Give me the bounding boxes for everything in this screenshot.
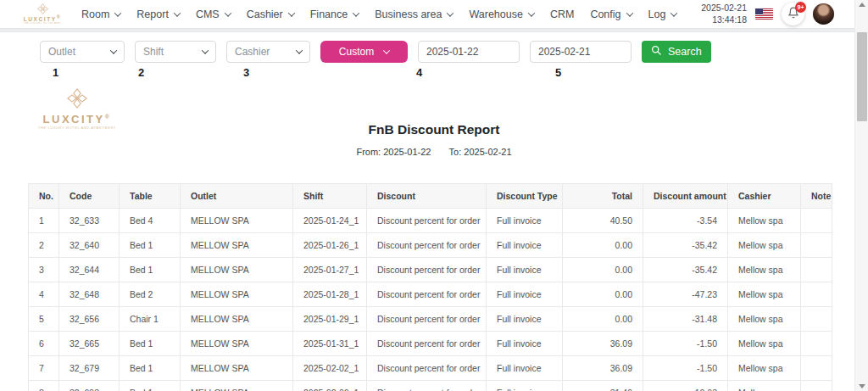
table-cell: 2025-01-24_1: [293, 209, 367, 233]
column-header-note: Note: [801, 184, 832, 209]
us-flag-icon[interactable]: [755, 8, 773, 20]
chevron-down-icon: [202, 47, 209, 53]
table-cell: Bed 1: [120, 332, 181, 356]
nav-item-label: Warehouse: [469, 8, 522, 20]
table-cell: -35.42: [643, 258, 728, 282]
nav-item-log[interactable]: Log: [648, 8, 677, 20]
custom-range-label: Custom: [339, 46, 374, 58]
table-row: 432_648Bed 2MELLOW SPA2025-01-28_1Discou…: [29, 282, 832, 307]
table-cell: 2025-01-27_1: [293, 258, 367, 282]
chevron-down-icon: [110, 47, 117, 53]
table-cell: Full invoice: [487, 209, 563, 233]
vertical-scrollbar[interactable]: [854, 0, 868, 391]
search-button[interactable]: Search: [642, 41, 711, 63]
scroll-down-arrow[interactable]: [859, 384, 865, 388]
table-cell: Mellow spa: [728, 209, 801, 233]
table-row: 532_656Chair 1MELLOW SPA2025-01-29_1Disc…: [29, 307, 832, 332]
custom-range-button[interactable]: Custom: [320, 41, 408, 63]
notifications-button[interactable]: 9+: [782, 3, 804, 25]
outlet-select[interactable]: Outlet: [40, 41, 125, 63]
table-cell: 32_633: [59, 209, 120, 233]
date-to-input[interactable]: [530, 41, 632, 63]
shift-select-placeholder: Shift: [143, 46, 164, 58]
annotation-2: 2: [138, 66, 144, 79]
table-cell: 0.00: [563, 307, 643, 332]
table-cell: MELLOW SPA: [181, 307, 293, 332]
table-row: 632_665Bed 1MELLOW SPA2025-01-31_1Discou…: [29, 332, 832, 356]
table-cell: 31.49: [563, 381, 643, 391]
table-cell: 0.00: [563, 233, 643, 258]
table-cell: 32_644: [59, 258, 120, 282]
table-cell: Mellow spa: [728, 282, 801, 307]
column-header-shift: Shift: [293, 184, 367, 209]
table-cell: 32_665: [59, 332, 120, 356]
annotation-3: 3: [243, 66, 249, 79]
shift-select[interactable]: Shift: [135, 41, 216, 63]
table-cell: Discount percent for order: [367, 233, 487, 258]
scroll-up-arrow[interactable]: [859, 3, 865, 7]
annotation-5: 5: [555, 66, 561, 79]
table-cell: 36.09: [563, 332, 643, 356]
chevron-down-icon: [114, 9, 121, 16]
column-header-discount-type: Discount Type: [487, 184, 563, 209]
nav-item-warehouse[interactable]: Warehouse: [469, 8, 533, 20]
topbar-right: 2025-02-21 13:44:18 9+: [701, 3, 834, 25]
report-date-range: From: 2025-01-22 To: 2025-02-21: [0, 147, 868, 157]
table-cell: Full invoice: [487, 233, 563, 258]
table-cell: 6: [29, 332, 59, 356]
scrollbar-thumb[interactable]: [857, 32, 867, 121]
nav-item-label: Business area: [375, 8, 442, 20]
table-cell: Discount percent for order: [367, 282, 487, 307]
nav-menu: RoomReportCMSCashierFinanceBusiness area…: [81, 8, 676, 20]
table-cell: 1: [29, 209, 59, 233]
nav-item-room[interactable]: Room: [81, 8, 120, 20]
table-cell: Discount percent for order: [367, 307, 487, 332]
table-cell: 2025-01-28_1: [293, 282, 367, 307]
table-cell: 0.00: [563, 258, 643, 282]
current-date: 2025-02-21: [701, 3, 747, 14]
nav-item-cms[interactable]: CMS: [196, 8, 231, 20]
table-cell: 32_656: [59, 307, 120, 332]
table-cell: Bed 4: [120, 209, 181, 233]
report-table-container: No.CodeTableOutletShiftDiscountDiscount …: [28, 183, 832, 391]
user-avatar[interactable]: [813, 3, 834, 25]
column-header-no-: No.: [29, 184, 59, 209]
nav-item-config[interactable]: Config: [590, 8, 632, 20]
column-header-discount-amount: Discount amount: [643, 184, 728, 209]
table-cell: 36.09: [563, 356, 643, 381]
table-cell: Discount percent for order: [367, 356, 487, 381]
nav-item-report[interactable]: Report: [136, 8, 180, 20]
report-logo-tagline: THE LUXURY HOTEL AND APARTMENT: [38, 126, 116, 130]
table-cell: Full invoice: [487, 282, 563, 307]
column-header-code: Code: [59, 184, 120, 209]
chevron-down-icon: [296, 47, 303, 53]
table-cell: Full invoice: [487, 356, 563, 381]
date-from-input[interactable]: [418, 41, 520, 63]
nav-item-finance[interactable]: Finance: [310, 8, 359, 20]
annotation-1: 1: [53, 66, 58, 79]
navbar-brand-tagline: THE LUXURY HOTEL AND APARTMENT: [23, 22, 62, 25]
filter-bar: Outlet Shift Cashier Custom Search 1 2: [0, 32, 868, 88]
table-cell: 5: [29, 307, 59, 332]
cashier-select-placeholder: Cashier: [235, 46, 270, 58]
table-cell: Discount percent for order: [367, 258, 487, 282]
search-icon: [651, 45, 662, 59]
table-row: 332_644Bed 1MELLOW SPA2025-01-27_1Discou…: [29, 258, 832, 282]
table-cell: Bed 1: [120, 356, 181, 381]
cashier-select[interactable]: Cashier: [226, 41, 310, 63]
chevron-down-icon: [174, 9, 181, 16]
nav-item-business-area[interactable]: Business area: [375, 8, 453, 20]
nav-item-crm[interactable]: CRM: [550, 8, 574, 20]
chevron-down-icon: [383, 47, 390, 53]
table-cell: MELLOW SPA: [181, 282, 293, 307]
nav-item-cashier[interactable]: Cashier: [247, 8, 294, 20]
chevron-down-icon: [353, 9, 359, 16]
table-cell: Discount percent for order: [367, 209, 487, 233]
nav-item-label: Room: [81, 8, 109, 20]
table-cell: Mellow spa: [728, 258, 801, 282]
table-cell: Mellow spa: [728, 233, 801, 258]
table-cell: [801, 381, 832, 391]
report-to: To: 2025-02-21: [449, 147, 512, 157]
navbar-logo[interactable]: LUXCITY® THE LUXURY HOTEL AND APARTMENT: [24, 3, 61, 25]
nav-item-label: Report: [136, 8, 169, 20]
